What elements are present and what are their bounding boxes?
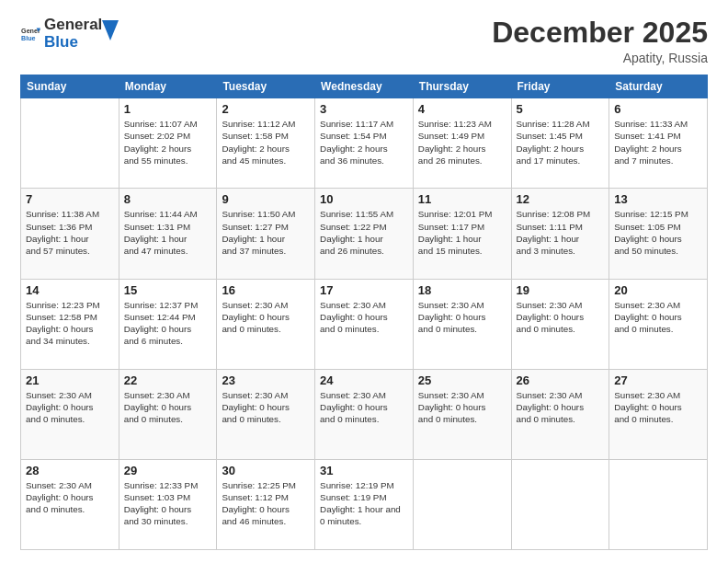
day-number: 11 — [418, 192, 506, 206]
day-number: 3 — [320, 102, 408, 116]
weekday-header-friday: Friday — [511, 75, 609, 98]
day-number: 5 — [517, 102, 605, 116]
day-info: Sunset: 2:30 AM Daylight: 0 hours and 0 … — [320, 299, 408, 336]
logo: General Blue General Blue — [20, 17, 119, 51]
location-subtitle: Apatity, Russia — [492, 51, 708, 65]
day-number: 2 — [222, 102, 310, 116]
day-info: Sunrise: 11:28 AM Sunset: 1:45 PM Daylig… — [517, 118, 605, 167]
day-number: 13 — [614, 192, 702, 206]
calendar-cell: 9Sunrise: 11:50 AM Sunset: 1:27 PM Dayli… — [217, 189, 315, 279]
weekday-header-thursday: Thursday — [413, 75, 511, 98]
day-number: 15 — [124, 283, 212, 297]
day-number: 18 — [418, 283, 506, 297]
day-info: Sunrise: 11:55 AM Sunset: 1:22 PM Daylig… — [320, 208, 408, 257]
calendar-cell: 30Sunrise: 12:25 PM Sunset: 1:12 PM Dayl… — [217, 459, 315, 549]
calendar-cell: 26Sunset: 2:30 AM Daylight: 0 hours and … — [511, 369, 609, 459]
day-number: 24 — [320, 373, 408, 387]
day-info: Sunrise: 12:23 PM Sunset: 12:58 PM Dayli… — [26, 299, 114, 348]
day-info: Sunrise: 11:38 AM Sunset: 1:36 PM Daylig… — [26, 208, 114, 257]
calendar-cell: 28Sunset: 2:30 AM Daylight: 0 hours and … — [21, 459, 119, 549]
day-info: Sunrise: 11:17 AM Sunset: 1:54 PM Daylig… — [320, 118, 408, 167]
day-info: Sunrise: 12:37 PM Sunset: 12:44 PM Dayli… — [124, 299, 212, 348]
svg-marker-3 — [102, 20, 119, 40]
calendar-cell: 20Sunset: 2:30 AM Daylight: 0 hours and … — [609, 279, 708, 369]
logo-general: General — [44, 17, 102, 34]
day-number: 20 — [614, 283, 702, 297]
day-info: Sunrise: 12:15 PM Sunset: 1:05 PM Daylig… — [614, 208, 702, 257]
calendar-cell: 1Sunrise: 11:07 AM Sunset: 2:02 PM Dayli… — [119, 98, 217, 189]
weekday-header-monday: Monday — [119, 75, 217, 98]
calendar-cell: 10Sunrise: 11:55 AM Sunset: 1:22 PM Dayl… — [315, 189, 414, 279]
day-info: Sunrise: 11:07 AM Sunset: 2:02 PM Daylig… — [124, 118, 212, 167]
calendar-cell: 19Sunset: 2:30 AM Daylight: 0 hours and … — [511, 279, 609, 369]
day-info: Sunrise: 11:23 AM Sunset: 1:49 PM Daylig… — [418, 118, 506, 167]
calendar-cell: 7Sunrise: 11:38 AM Sunset: 1:36 PM Dayli… — [21, 189, 119, 279]
calendar-cell: 29Sunrise: 12:33 PM Sunset: 1:03 PM Dayl… — [119, 459, 217, 549]
day-number: 25 — [418, 373, 506, 387]
day-number: 4 — [418, 102, 506, 116]
calendar-cell — [609, 459, 708, 549]
calendar-cell: 23Sunset: 2:30 AM Daylight: 0 hours and … — [217, 369, 315, 459]
day-info: Sunrise: 12:08 PM Sunset: 1:11 PM Daylig… — [517, 208, 605, 257]
logo-triangle-icon — [102, 20, 119, 40]
day-number: 28 — [26, 464, 114, 477]
calendar-cell: 31Sunrise: 12:19 PM Sunset: 1:19 PM Dayl… — [315, 459, 414, 549]
day-number: 27 — [614, 373, 702, 387]
day-info: Sunrise: 11:12 AM Sunset: 1:58 PM Daylig… — [222, 118, 310, 167]
calendar-cell: 16Sunset: 2:30 AM Daylight: 0 hours and … — [217, 279, 315, 369]
day-number: 17 — [320, 283, 408, 297]
day-number: 22 — [124, 373, 212, 387]
calendar-cell — [413, 459, 511, 549]
calendar-week-row: 7Sunrise: 11:38 AM Sunset: 1:36 PM Dayli… — [21, 189, 708, 279]
svg-text:Blue: Blue — [21, 34, 36, 41]
calendar-cell: 5Sunrise: 11:28 AM Sunset: 1:45 PM Dayli… — [511, 98, 609, 189]
weekday-header-saturday: Saturday — [609, 75, 708, 98]
calendar-cell: 21Sunset: 2:30 AM Daylight: 0 hours and … — [21, 369, 119, 459]
day-info: Sunrise: 11:33 AM Sunset: 1:41 PM Daylig… — [614, 118, 702, 167]
calendar-header-row: SundayMondayTuesdayWednesdayThursdayFrid… — [21, 75, 708, 98]
day-number: 31 — [320, 464, 408, 477]
day-number: 1 — [124, 102, 212, 116]
calendar-cell: 14Sunrise: 12:23 PM Sunset: 12:58 PM Day… — [21, 279, 119, 369]
calendar-cell: 22Sunset: 2:30 AM Daylight: 0 hours and … — [119, 369, 217, 459]
calendar-cell: 4Sunrise: 11:23 AM Sunset: 1:49 PM Dayli… — [413, 98, 511, 189]
day-info: Sunrise: 12:19 PM Sunset: 1:19 PM Daylig… — [320, 479, 408, 528]
day-info: Sunset: 2:30 AM Daylight: 0 hours and 0 … — [418, 299, 506, 336]
day-info: Sunset: 2:30 AM Daylight: 0 hours and 0 … — [614, 389, 702, 426]
day-number: 6 — [614, 102, 702, 116]
calendar-table: SundayMondayTuesdayWednesdayThursdayFrid… — [20, 75, 708, 550]
day-info: Sunset: 2:30 AM Daylight: 0 hours and 0 … — [517, 299, 605, 336]
day-info: Sunset: 2:30 AM Daylight: 0 hours and 0 … — [222, 299, 310, 336]
weekday-header-sunday: Sunday — [21, 75, 119, 98]
day-number: 7 — [26, 192, 114, 206]
day-info: Sunrise: 12:01 PM Sunset: 1:17 PM Daylig… — [418, 208, 506, 257]
day-number: 12 — [517, 192, 605, 206]
calendar-cell: 6Sunrise: 11:33 AM Sunset: 1:41 PM Dayli… — [609, 98, 708, 189]
day-info: Sunrise: 11:50 AM Sunset: 1:27 PM Daylig… — [222, 208, 310, 257]
calendar-cell: 27Sunset: 2:30 AM Daylight: 0 hours and … — [609, 369, 708, 459]
day-info: Sunrise: 11:44 AM Sunset: 1:31 PM Daylig… — [124, 208, 212, 257]
day-number: 19 — [517, 283, 605, 297]
calendar-week-row: 21Sunset: 2:30 AM Daylight: 0 hours and … — [21, 369, 708, 459]
calendar-cell — [511, 459, 609, 549]
weekday-header-wednesday: Wednesday — [315, 75, 414, 98]
calendar-cell: 18Sunset: 2:30 AM Daylight: 0 hours and … — [413, 279, 511, 369]
top-area: General Blue General Blue December 2025 … — [20, 17, 708, 65]
day-info: Sunset: 2:30 AM Daylight: 0 hours and 0 … — [124, 389, 212, 426]
day-number: 16 — [222, 283, 310, 297]
calendar-cell: 15Sunrise: 12:37 PM Sunset: 12:44 PM Day… — [119, 279, 217, 369]
logo-icon: General Blue — [20, 24, 40, 44]
day-info: Sunrise: 12:25 PM Sunset: 1:12 PM Daylig… — [222, 479, 310, 528]
weekday-header-tuesday: Tuesday — [217, 75, 315, 98]
day-info: Sunset: 2:30 AM Daylight: 0 hours and 0 … — [26, 479, 114, 516]
day-number: 30 — [222, 464, 310, 477]
calendar-cell: 13Sunrise: 12:15 PM Sunset: 1:05 PM Dayl… — [609, 189, 708, 279]
calendar-body: 1Sunrise: 11:07 AM Sunset: 2:02 PM Dayli… — [21, 98, 708, 550]
calendar-page: General Blue General Blue December 2025 … — [0, 0, 728, 563]
day-number: 21 — [26, 373, 114, 387]
calendar-cell: 2Sunrise: 11:12 AM Sunset: 1:58 PM Dayli… — [217, 98, 315, 189]
calendar-cell: 24Sunset: 2:30 AM Daylight: 0 hours and … — [315, 369, 414, 459]
calendar-cell: 25Sunset: 2:30 AM Daylight: 0 hours and … — [413, 369, 511, 459]
calendar-week-row: 1Sunrise: 11:07 AM Sunset: 2:02 PM Dayli… — [21, 98, 708, 189]
calendar-cell: 12Sunrise: 12:08 PM Sunset: 1:11 PM Dayl… — [511, 189, 609, 279]
